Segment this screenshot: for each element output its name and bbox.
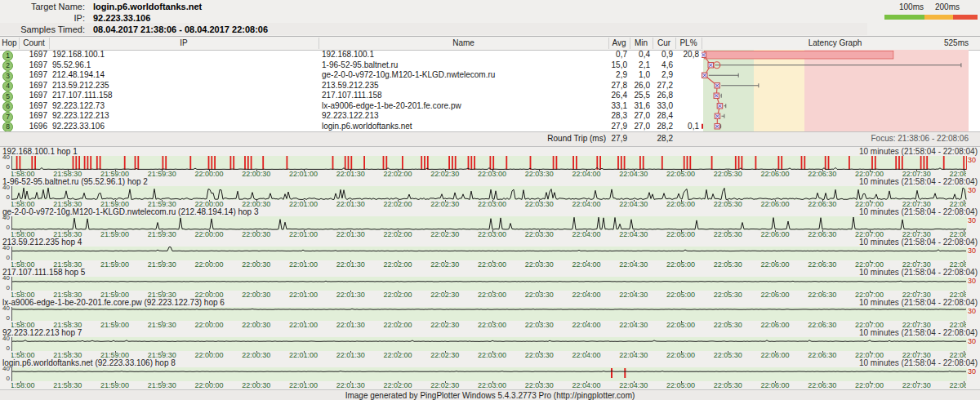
x-tick-label: 22:03:00 [478,200,506,207]
timeline-label: login.p6.worldoftanks.net (92.223.33.106… [2,358,176,367]
x-tick-label: 21:59:30 [148,351,176,358]
pingplotter-window: Target Name: login.p6.worldoftanks.net I… [0,0,980,400]
y-axis-0: 0 [0,345,10,352]
timeline-plot[interactable] [11,367,967,381]
timeline-plot[interactable] [11,307,967,321]
col-header-pl[interactable]: PL% [675,38,702,47]
timeline-x-axis: 21:58:0021:58:3021:59:0021:59:3022:00:00… [11,291,966,298]
hop-cur: 26,8 [632,91,673,101]
x-tick-label: 22:01:00 [289,291,318,298]
x-tick-label: 22:05:30 [714,321,742,328]
x-tick-label: 22:04:00 [572,230,600,238]
x-tick-label: 22:05:00 [666,170,695,177]
col-header-avg[interactable]: Avg [608,38,630,47]
hop-name: 192.168.100.1 [322,50,374,60]
col-header-name[interactable]: Name [318,38,608,47]
threshold-30-label: 30 [968,307,976,315]
x-tick-label: 22:08:00 [949,260,966,268]
x-tick-label: 21:58:30 [53,260,82,268]
x-tick-label: 22:02:30 [430,381,459,389]
hop-packet-loss: 20,8 [655,50,699,60]
x-tick-label: 21:58:30 [53,381,82,389]
x-tick-label: 22:03:30 [525,291,554,298]
x-tick-label: 21:59:30 [148,321,176,328]
x-tick-label: 22:06:00 [760,351,789,358]
x-tick-label: 22:07:00 [855,291,884,298]
x-tick-label: 22:04:30 [619,230,648,238]
hop-ip: 213.59.212.235 [52,81,109,91]
col-header-ip[interactable]: IP [49,38,318,47]
x-tick-label: 22:03:00 [478,230,506,238]
x-tick-label: 22:07:30 [902,200,931,207]
timeline-plot[interactable] [11,337,967,351]
timeline-plot[interactable] [11,216,967,230]
latency-graph[interactable] [702,50,980,131]
timeline-hop-2: 1-96-52-95.baltnet.ru (95.52.96.1) hop 2… [0,177,980,207]
hop-cur: 4,6 [632,60,673,71]
x-tick-label: 21:59:00 [100,170,129,177]
x-tick-label: 22:06:00 [760,230,789,238]
x-tick-label: 22:02:30 [430,170,459,177]
x-tick-label: 21:59:30 [148,381,176,389]
x-tick-label: 22:06:30 [808,260,836,268]
hop-table: Hop Count IP Name Avg Min Cur PL% Latenc… [0,36,980,146]
x-tick-label: 22:04:00 [572,351,600,358]
x-tick-label: 21:58:00 [11,351,35,358]
col-header-hop[interactable]: Hop [0,38,19,47]
timeline-plot[interactable] [11,277,967,291]
x-tick-label: 22:01:00 [289,230,318,238]
x-tick-label: 22:06:30 [808,230,836,238]
col-header-min[interactable]: Min [630,38,653,47]
timeline-range-label: 10 minutes (21:58:04 - 22:08:04) [859,298,978,307]
x-tick-label: 22:05:00 [666,230,695,238]
hop-count: 1697 [0,111,47,122]
timeline-label: ge-2-0-0-v972-10g.M120-1-KLGD.nwtelecom.… [2,207,259,216]
x-tick-label: 21:59:00 [100,321,129,328]
hop-name: 92.223.122.213 [322,111,379,122]
col-header-count[interactable]: Count [19,38,49,47]
target-name-value: login.p6.worldoftanks.net [93,2,202,11]
x-tick-label: 22:00:30 [242,200,270,207]
x-tick-label: 22:07:30 [902,351,931,358]
hop-name: lx-a9006-edge-1-be-20-201.fe.core.pw [322,101,461,112]
x-tick-label: 22:08:00 [949,381,966,389]
col-header-cur[interactable]: Cur [653,38,675,47]
y-axis-40: 40 [0,305,10,312]
legend-gradient-bar [884,15,978,20]
threshold-30-label: 30 [968,186,976,194]
x-tick-label: 21:59:00 [100,351,129,358]
x-tick-label: 22:00:30 [242,291,270,298]
x-tick-label: 22:06:30 [808,321,836,328]
legend-red-segment [953,15,978,20]
x-tick-label: 22:00:30 [242,230,270,238]
latency-legend: 100ms 200ms [884,2,978,20]
timeline-plot[interactable] [11,186,967,200]
x-tick-label: 22:07:30 [902,230,931,238]
x-tick-label: 22:02:00 [383,321,412,328]
x-tick-label: 22:02:00 [383,260,412,268]
x-tick-label: 22:05:00 [666,381,695,389]
hop-count: 1697 [0,91,47,101]
x-tick-label: 22:02:00 [383,200,412,207]
x-tick-label: 22:04:00 [572,260,600,268]
x-tick-label: 22:00:00 [194,321,223,328]
timeline-label: lx-a9006-edge-1-be-20-201.fe.core.pw (92… [2,298,225,307]
timeline-plot[interactable] [11,156,967,170]
x-tick-label: 21:58:30 [53,170,82,177]
footer-credit: Image generated by PingPlotter Windows 5… [0,389,980,400]
round-trip-avg: 27,9 [584,132,627,145]
x-tick-label: 22:06:30 [808,170,836,177]
x-tick-label: 22:02:30 [430,230,459,238]
timeline-range-label: 10 minutes (21:58:04 - 22:08:04) [859,358,978,367]
x-tick-label: 22:07:30 [902,170,931,177]
x-tick-label: 22:05:00 [666,351,695,358]
threshold-30-label: 30 [968,367,976,376]
threshold-30-label: 30 [968,156,976,164]
hop-name: ge-2-0-0-v972-10g.M120-1-KLGD.nwtelecom.… [322,70,495,81]
hop-count: 1697 [0,50,47,60]
y-axis-0: 0 [0,315,10,322]
x-tick-label: 21:58:00 [11,321,35,328]
x-tick-label: 22:06:00 [760,260,789,268]
timeline-plot[interactable] [11,247,967,260]
x-tick-label: 22:00:30 [242,381,270,389]
